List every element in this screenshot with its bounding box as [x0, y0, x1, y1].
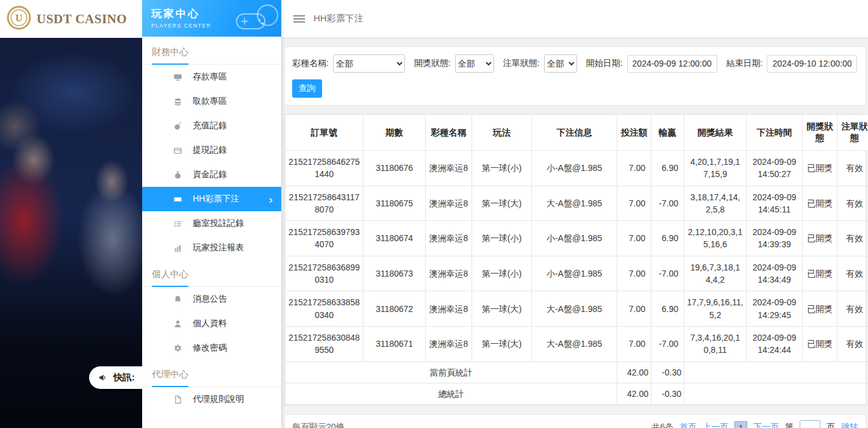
order-status-filter-label: 注單狀態: — [503, 58, 540, 69]
table-cell: 31180676 — [364, 151, 426, 186]
brand-logo: U USDT CASINO — [0, 0, 142, 38]
table-cell: 31180675 — [364, 186, 426, 221]
column-header: 開獎狀態 — [803, 115, 838, 151]
start-date-input[interactable] — [627, 55, 717, 73]
sidebar-item-label: 充值記錄 — [193, 120, 227, 131]
table-cell: 6.90 — [651, 291, 684, 327]
ticker-label: 快訊: — [113, 372, 135, 383]
table-cell: 2152172586308489550 — [285, 326, 364, 361]
table-row: 215217258639793407031180674澳洲幸运8第一球(小)小-… — [285, 221, 868, 256]
sidebar-item-deposit[interactable]: 存款專區 — [142, 65, 281, 89]
lottery-icon — [173, 194, 182, 204]
sidebar-item-agent-rules[interactable]: 代理規則說明 — [142, 387, 281, 412]
table-cell: 已開獎 — [803, 221, 838, 256]
casino-emblem-icon: U — [6, 5, 32, 33]
sidebar-item-recharge-records[interactable]: 充值記錄 — [142, 114, 281, 138]
page-jump-input[interactable] — [800, 420, 820, 428]
pagination-controls: 共6条 首页 上一页 1 下一页 第 页 跳转 — [651, 420, 858, 428]
sidebar-item-profile[interactable]: 個人資料 — [142, 311, 281, 336]
sidebar-item-withdraw[interactable]: 取款專區 — [142, 89, 281, 114]
summary-label: 當前頁統計 — [285, 361, 617, 383]
sidebar-item-label: 玩家投注報表 — [193, 242, 244, 253]
summary-row: 總統計42.00-0.30 — [285, 383, 868, 404]
table-cell: -7.00 — [651, 186, 684, 221]
search-button[interactable]: 查詢 — [292, 79, 322, 98]
bell-icon — [173, 294, 182, 304]
sidebar-item-hall-bet-records[interactable]: 廳室投註記錄 — [142, 211, 281, 236]
gear-icon — [173, 343, 182, 353]
filter-panel: 彩種名稱: 全部 開獎狀態: 全部 注單狀態: 全 — [284, 46, 866, 106]
bets-table-card: 訂單號期數彩種名稱玩法下注信息投注額輸贏開獎結果下注時間開獎狀態注單狀態 215… — [284, 114, 866, 405]
table-cell: 2152172586431178070 — [285, 186, 364, 221]
table-cell: 2024-09-09 14:34:49 — [747, 256, 803, 291]
gamepad-icon — [232, 2, 281, 35]
table-row: 215217258643117807031180675澳洲幸运8第一球(大)大-… — [285, 186, 868, 221]
table-cell: 2152172586462751440 — [285, 151, 364, 186]
sidebar-item-label: 個人資料 — [193, 318, 227, 329]
table-cell: 有效 — [838, 256, 868, 291]
sidebar-item-cashout-records[interactable]: 提現記錄 — [142, 138, 281, 162]
table-cell: 已開獎 — [803, 151, 838, 186]
summary-win-total: -0.30 — [651, 361, 684, 383]
table-cell: 2024-09-09 14:24:44 — [747, 326, 803, 361]
table-cell: 7.00 — [617, 221, 651, 256]
draw-status-select[interactable]: 全部 — [455, 54, 494, 73]
table-row: 215217258646275144031180676澳洲幸运8第一球(小)小-… — [285, 151, 868, 186]
page-size-text: 每頁顯示20條 — [292, 422, 345, 428]
table-cell: 2,12,10,20,3,15,16,6 — [684, 221, 747, 256]
pagination-bar: 每頁顯示20條 共6条 首页 上一页 1 下一页 第 页 跳转 — [284, 414, 866, 428]
table-cell: 7.00 — [617, 256, 651, 291]
prev-page-link[interactable]: 上一页 — [703, 422, 728, 428]
table-cell: 31180673 — [364, 256, 426, 291]
content: 彩種名稱: 全部 開獎狀態: 全部 注單狀態: 全 — [281, 38, 868, 428]
table-body: 215217258646275144031180676澳洲幸运8第一球(小)小-… — [285, 151, 868, 405]
table-cell: 澳洲幸运8 — [426, 221, 472, 256]
current-page[interactable]: 1 — [734, 421, 747, 428]
jump-button[interactable]: 跳转 — [841, 422, 858, 428]
table-cell: 小-A盤@1.985 — [532, 151, 617, 186]
table-cell: 31180672 — [364, 291, 426, 327]
table-cell: 已開獎 — [803, 256, 838, 291]
column-header: 玩法 — [472, 115, 532, 151]
menu-icon[interactable] — [293, 15, 305, 23]
summary-empty — [684, 383, 868, 404]
table-cell: 7.00 — [617, 291, 651, 327]
table-cell: 31180674 — [364, 221, 426, 256]
table-cell: 大-A盤@1.985 — [532, 326, 617, 361]
sidebar-item-change-password[interactable]: 修改密碼 — [142, 336, 281, 360]
sidebar-section-heading: 代理中心 — [142, 360, 281, 387]
order-status-select[interactable]: 全部 — [544, 54, 577, 73]
first-page-link[interactable]: 首页 — [680, 422, 697, 428]
lottery-filter-label: 彩種名稱: — [292, 58, 329, 69]
table-cell: 第一球(小) — [472, 221, 532, 256]
next-page-link[interactable]: 下一页 — [753, 422, 779, 428]
table-cell: 小-A盤@1.985 — [532, 221, 617, 256]
column-header: 投注額 — [617, 115, 651, 151]
table-cell: 有效 — [838, 221, 868, 256]
report-icon — [173, 243, 182, 253]
end-date-label: 結束日期: — [726, 58, 763, 69]
table-cell: 7,3,4,16,20,10,8,11 — [684, 326, 747, 361]
sidebar-item-hh-lottery-bets[interactable]: HH彩票下注› — [142, 187, 281, 211]
column-header: 注單狀態 — [838, 115, 868, 151]
table-cell: 19,6,7,3,18,14,4,2 — [684, 256, 747, 291]
table-cell: 有效 — [838, 186, 868, 221]
summary-empty — [684, 361, 868, 383]
sidebar-section-heading: 財務中心 — [142, 38, 281, 65]
table-cell: 2152172586397934070 — [285, 221, 364, 256]
chevron-right-icon: › — [269, 194, 273, 205]
sidebar-section-heading: 個人中心 — [142, 260, 281, 287]
sidebar-item-label: 存款專區 — [193, 71, 227, 82]
lottery-select[interactable]: 全部 — [333, 54, 405, 73]
sidebar-item-announcements[interactable]: 消息公告 — [142, 287, 281, 311]
doc-icon — [173, 394, 182, 404]
end-date-input[interactable] — [767, 55, 857, 73]
sidebar-item-fund-records[interactable]: 資金記錄 — [142, 162, 281, 187]
sidebar-item-label: 修改密碼 — [193, 343, 227, 354]
news-ticker: 快訊: — [89, 366, 142, 389]
table-cell: 有效 — [838, 151, 868, 186]
sidebar-item-player-bet-report[interactable]: 玩家投注報表 — [142, 236, 281, 260]
column-header: 下注信息 — [532, 115, 617, 151]
table-cell: 第一球(大) — [472, 291, 532, 327]
table-cell: 已開獎 — [803, 291, 838, 327]
